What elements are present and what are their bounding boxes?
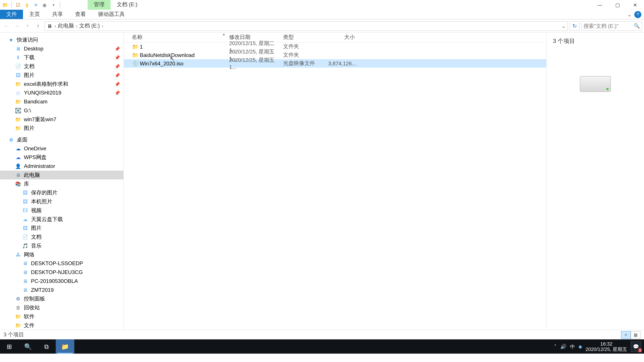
breadcrumb-thispc[interactable]: 此电脑 [58, 22, 74, 30]
folder-icon: 📁 [132, 43, 139, 50]
tree-cp[interactable]: ⚙控制面板 [0, 294, 124, 303]
search-input[interactable] [584, 23, 632, 29]
tree-docs[interactable]: 📄文档📌 [0, 62, 124, 71]
app-icon: 📁 [2, 1, 9, 8]
tray-app-icon[interactable]: ◆ [578, 344, 582, 350]
address-dropdown-icon[interactable]: ⌄ [561, 23, 566, 29]
help-icon[interactable]: ? [634, 11, 641, 18]
view-details-button[interactable]: ≡ [621, 331, 631, 339]
tree-desktop-root[interactable]: 🖥桌面 [0, 135, 124, 144]
view-icons-button[interactable]: ▦ [631, 331, 640, 339]
contextual-tab-manage[interactable]: 管理 [88, 0, 110, 10]
taskview-button[interactable]: ⧉ [37, 339, 56, 354]
qat-checkbox-icon[interactable]: ☑ [14, 1, 22, 8]
tree-win7[interactable]: 📁win7重装win7 [0, 115, 124, 124]
file-type: 光盘映像文件 [283, 60, 328, 67]
tree-admin[interactable]: 👤Administrator [0, 162, 124, 171]
ribbon-home-tab[interactable]: 主页 [23, 10, 46, 19]
tree-libs[interactable]: 📚库 [0, 179, 124, 188]
tree-lib-savedpics[interactable]: 🖼保存的图片 [0, 188, 124, 197]
tree-onedrive[interactable]: ☁OneDrive [0, 144, 124, 153]
tree-bandicam[interactable]: 📁Bandicam [0, 97, 124, 106]
tree-lib-video[interactable]: 🎞视频 [0, 206, 124, 215]
tree-quick-access[interactable]: ★快速访问 [0, 35, 124, 44]
tree-label: 保存的图片 [31, 189, 58, 196]
search-icon[interactable]: 🔍 [634, 23, 640, 29]
tree-net4[interactable]: 🖥ZMT2019 [0, 286, 124, 295]
breadcrumb-drive[interactable]: 文档 (E:) [79, 22, 100, 30]
table-row[interactable]: 📁BaiduNetdiskDownload2020/12/25, 星期五 1..… [124, 51, 546, 59]
tree-recycle[interactable]: 🗑回收站 [0, 303, 124, 312]
tree-label: 音乐 [31, 242, 42, 250]
lib-icon: 🎵 [22, 243, 28, 249]
tree-yunqishi[interactable]: ◎YUNQISHI2019📌 [0, 88, 124, 97]
nav-up-button[interactable]: ↑ [34, 21, 42, 30]
chevron-right-icon[interactable]: › [102, 23, 104, 29]
taskbar-explorer[interactable]: 📁 [56, 339, 74, 354]
tree-label: 软件 [24, 313, 34, 320]
tray-ime-icon[interactable]: 中 [570, 343, 575, 350]
tree-network[interactable]: 🖧网络 [0, 250, 124, 259]
network-icon: 🖧 [15, 252, 21, 258]
ribbon-drivetools-tab[interactable]: 驱动器工具 [92, 10, 131, 19]
taskbar-clock[interactable]: 16:32 2020/12/25, 星期五 [586, 341, 627, 352]
pc-icon: 🖥 [15, 172, 21, 178]
tree-desktop[interactable]: 🖥Desktop📌 [0, 44, 124, 53]
table-row[interactable]: 📁12020/12/15, 星期二 1...文件夹 [124, 42, 546, 51]
tree-label: Desktop [24, 45, 43, 52]
close-button[interactable]: ✕ [626, 0, 644, 10]
tray-volume-icon[interactable]: 🔊 [560, 344, 566, 350]
tree-excel[interactable]: 📁excel表格制作求和📌 [0, 80, 124, 88]
tree-files[interactable]: 📁文件 [0, 321, 124, 330]
start-button[interactable]: ⊞ [0, 339, 18, 354]
nav-forward-button[interactable]: → [12, 21, 21, 30]
ribbon-file-tab[interactable]: 文件 [0, 10, 23, 19]
tree-lib-docs[interactable]: 📄文档 [0, 232, 124, 241]
minimize-button[interactable]: — [591, 0, 608, 10]
qat-props-icon[interactable]: ◉ [41, 1, 48, 8]
ribbon-view-tab[interactable]: 查看 [69, 10, 92, 19]
tree-lib-pics[interactable]: 🖼图片 [0, 224, 124, 233]
table-row[interactable]: 💿Win7x64_2020.iso2020/12/25, 星期五 1...光盘映… [124, 59, 546, 67]
tree-wps[interactable]: ☁WPS网盘 [0, 153, 124, 162]
ribbon-share-tab[interactable]: 共享 [46, 10, 69, 19]
tree-thispc[interactable]: 🖥此电脑 [0, 171, 124, 179]
tree-net1[interactable]: 🖥DESKTOP-LSSOEDP [0, 259, 124, 268]
drive-icon [580, 76, 611, 92]
search-box[interactable]: 🔍 [581, 21, 642, 31]
col-type[interactable]: 类型 [283, 33, 328, 41]
qat-dropdown-icon[interactable]: ▾ [50, 1, 57, 8]
nav-back-button[interactable]: ← [2, 21, 11, 30]
tree-net2[interactable]: 🖥DESKTOP-NJEU3CG [0, 268, 124, 277]
tree-lib-localpics[interactable]: 🖼本机照片 [0, 197, 124, 206]
tree-label: 视频 [31, 207, 42, 214]
window-title: 文档 (E:) [110, 0, 144, 10]
ribbon-expand-icon[interactable]: ⌄ [627, 11, 632, 17]
tree-downloads[interactable]: ⬇下载📌 [0, 53, 124, 62]
lib-icon: 🖼 [22, 190, 28, 196]
tree-soft[interactable]: 📁软件 [0, 312, 124, 321]
tree-g-drive[interactable]: 💽G:\ [0, 106, 124, 115]
address-bar[interactable]: 🖥 › 此电脑 › 文档 (E:) › ⌄ [44, 21, 568, 31]
tree-lib-sky[interactable]: ☁天翼云盘下载 [0, 215, 124, 224]
tree-label: 网络 [24, 251, 34, 258]
maximize-button[interactable]: ▢ [608, 0, 626, 10]
recycle-icon: 🗑 [15, 305, 21, 311]
chevron-right-icon[interactable]: › [54, 23, 56, 29]
tray-overflow-icon[interactable]: ˄ [554, 344, 557, 350]
action-center-button[interactable]: 💬3 [631, 341, 641, 352]
nav-recent-dropdown[interactable]: ▾ [23, 21, 32, 30]
nav-tree[interactable]: ★快速访问 🖥Desktop📌 ⬇下载📌 📄文档📌 🖼图片📌 📁excel表格制… [0, 33, 124, 330]
tree-net3[interactable]: 🖥PC-20190530OBLA [0, 277, 124, 286]
tree-lib-music[interactable]: 🎵音乐 [0, 241, 124, 250]
taskbar-search[interactable]: 🔍 [18, 339, 37, 354]
tree-pics2[interactable]: 📁图片 [0, 124, 124, 133]
tree-label: PC-20190530OBLA [31, 278, 78, 284]
qat-delete-icon[interactable]: ✕ [32, 1, 40, 8]
chevron-right-icon[interactable]: › [76, 23, 78, 29]
qat-folder-icon[interactable]: ▮ [24, 1, 30, 8]
tree-pics[interactable]: 🖼图片📌 [0, 71, 124, 80]
col-name[interactable]: 名称▲ [132, 33, 229, 41]
col-size[interactable]: 大小 [328, 33, 355, 41]
refresh-button[interactable]: ↻ [570, 21, 580, 31]
